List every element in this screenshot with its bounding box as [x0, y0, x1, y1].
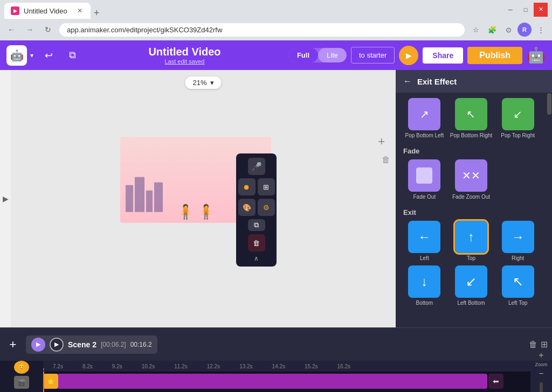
track-block-1[interactable]: [58, 374, 487, 389]
delete-timeline-button[interactable]: 🗑: [529, 340, 537, 349]
address-bar-input[interactable]: [59, 23, 465, 37]
ruler-tick-3: 9.2s: [102, 363, 132, 369]
scene-time-start: [00:06.2]: [101, 341, 126, 348]
figure-1: 🧍: [177, 204, 194, 220]
extensions-icon[interactable]: 🧩: [485, 23, 499, 37]
track-end-arrow-1[interactable]: ⬅: [488, 374, 503, 389]
logo-icon: 🤖: [10, 49, 24, 62]
panel-title: Exit Effect: [417, 77, 457, 86]
menu-icon[interactable]: ⋮: [534, 23, 548, 37]
ruler-tick-2: 8.2s: [73, 363, 102, 369]
pop-top-right-effect[interactable]: ↙ Pop Top Right: [496, 98, 539, 138]
plan-full-button[interactable]: Full: [288, 48, 318, 62]
delete-button[interactable]: 🗑: [248, 234, 265, 251]
track-thumb-1: 🌟: [43, 374, 58, 389]
share-button[interactable]: Share: [423, 47, 463, 64]
logo-dropdown-icon[interactable]: ▾: [30, 52, 33, 59]
copy-button[interactable]: ⧉: [64, 47, 81, 64]
canvas-area: 21% ▾ + 🧍 🧍: [11, 70, 396, 327]
exit-bottom-icon: ↓: [408, 265, 440, 298]
exit-right-icon: →: [502, 221, 534, 253]
scene-play-button-2[interactable]: ▶: [50, 338, 64, 352]
fade-effects-grid: Fade Out ✕✕ Fade Zoom Out: [403, 159, 539, 200]
app-logo: 🤖: [6, 45, 27, 66]
exit-left-top-icon: ↖: [502, 265, 534, 298]
fade-zoom-out-effect[interactable]: ✕✕ Fade Zoom Out: [450, 159, 493, 200]
window-maximize-button[interactable]: □: [519, 3, 533, 17]
scene-play-button[interactable]: ▶: [31, 338, 45, 352]
fade-zoom-out-icon: ✕✕: [455, 159, 487, 192]
ruler-tick-8: 14.2s: [263, 363, 295, 369]
zoom-in-button[interactable]: +: [539, 351, 543, 360]
refresh-button[interactable]: ↻: [41, 23, 55, 37]
tab-close-button[interactable]: ✕: [75, 6, 84, 15]
fade-out-effect[interactable]: Fade Out: [403, 159, 446, 200]
duplicate-button[interactable]: ⧉: [248, 219, 265, 231]
panel-header: ← Exit Effect: [396, 70, 552, 93]
back-button[interactable]: ←: [4, 23, 18, 37]
zoom-dropdown-icon[interactable]: ▾: [210, 79, 214, 87]
scene-name: Scene 2: [68, 340, 96, 349]
starter-button[interactable]: to starter: [351, 47, 395, 64]
mascot-icon: 🤖: [527, 46, 546, 64]
exit-left-bottom-icon: ↙: [455, 265, 487, 298]
history-icon[interactable]: ⊙: [501, 23, 515, 37]
chevron-up-icon[interactable]: ∧: [254, 255, 259, 262]
zoom-value: 21%: [192, 79, 206, 87]
new-tab-button[interactable]: +: [91, 8, 103, 19]
user-avatar[interactable]: R: [518, 23, 532, 37]
fade-out-icon: [408, 159, 440, 192]
window-close-button[interactable]: ✕: [534, 3, 548, 17]
exit-left-icon: ←: [408, 221, 440, 253]
zoom-slider[interactable]: [540, 382, 543, 392]
exit-top-icon: ↑: [455, 221, 487, 253]
exit-effects-grid: ← Left ↑ Top → Right ↓: [403, 221, 539, 306]
video-title: Untitled Video: [87, 46, 282, 58]
exit-right-effect[interactable]: → Right: [496, 221, 539, 261]
undo-button[interactable]: ↩: [40, 47, 57, 64]
tab-title: Untitled Video: [24, 7, 67, 15]
exit-left-effect[interactable]: ← Left: [403, 221, 446, 261]
timeline-button[interactable]: ⊞: [258, 178, 275, 195]
ruler-tick-1: 7.2s: [43, 363, 73, 369]
tab-favicon: ▶: [11, 6, 19, 15]
forward-button[interactable]: →: [23, 23, 37, 37]
preview-play-button[interactable]: ▶: [399, 46, 418, 65]
media-avatar-timeline: 🎬: [14, 376, 29, 389]
add-scene-button[interactable]: +: [4, 336, 22, 353]
back-button-panel[interactable]: ←: [403, 76, 412, 86]
exit-left-bottom-effect[interactable]: ↙ Left Bottom: [450, 265, 493, 306]
zoom-label: Zoom: [535, 362, 547, 367]
zoom-indicator[interactable]: 21% ▾: [185, 76, 221, 89]
figure-2: 🧍: [197, 204, 215, 220]
scene-item[interactable]: ▶ ▶ Scene 2 [00:06.2] 00:16.2: [26, 335, 157, 354]
pop-bottom-right-icon: ↖: [455, 98, 487, 130]
palette-button[interactable]: 🎨: [238, 199, 256, 216]
exit-bottom-effect[interactable]: ↓ Bottom: [403, 265, 446, 306]
plan-lite-button[interactable]: Lite: [318, 48, 347, 62]
exit-section-label: Exit: [403, 208, 539, 216]
ruler-tick-5: 11.2s: [164, 363, 197, 369]
pop-effects-grid: ↗ Pop Bottom Left ↖ Pop Bottom Right ↙ P…: [403, 98, 539, 138]
context-menu-row-1: 🎤: [248, 158, 265, 175]
exit-left-top-effect[interactable]: ↖ Left Top: [496, 265, 539, 306]
zoom-out-button[interactable]: −: [539, 369, 543, 378]
browser-tab[interactable]: ▶ Untitled Video ✕: [4, 3, 91, 19]
record-button[interactable]: ⏺: [238, 178, 256, 195]
window-minimize-button[interactable]: ─: [503, 3, 518, 17]
user-avatar-timeline: 😊: [14, 361, 29, 374]
pop-bottom-right-effect[interactable]: ↖ Pop Bottom Right: [450, 98, 493, 138]
fade-section-label: Fade: [403, 147, 539, 155]
title-section: Untitled Video Last edit saved: [87, 46, 282, 65]
mic-button[interactable]: 🎤: [248, 158, 265, 175]
bookmark-icon[interactable]: ☆: [469, 23, 483, 37]
add-element-button[interactable]: +: [378, 135, 385, 149]
publish-button[interactable]: Publish: [467, 47, 522, 64]
exit-top-effect[interactable]: ↑ Top: [450, 221, 493, 261]
ruler-tick-10: 16.2s: [328, 363, 360, 369]
delete-scene-button[interactable]: 🗑: [382, 155, 390, 165]
pop-bottom-left-effect[interactable]: ↗ Pop Bottom Left: [403, 98, 446, 138]
scenes-panel-toggle[interactable]: ▶: [0, 70, 11, 327]
timeline-grid-button[interactable]: ⊞: [541, 339, 548, 349]
settings-button[interactable]: ⚙: [258, 199, 275, 216]
